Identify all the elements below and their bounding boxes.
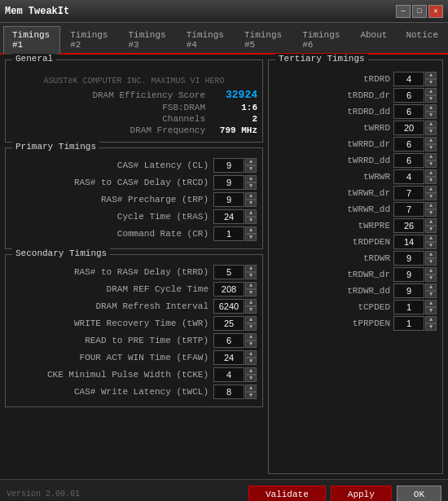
spin-up[interactable]: ▲ <box>425 202 437 209</box>
tertiary-input[interactable] <box>393 283 424 298</box>
tab-timings3[interactable]: Timings #3 <box>119 26 176 53</box>
spin-up[interactable]: ▲ <box>425 300 437 307</box>
apply-button[interactable]: Apply <box>331 486 392 502</box>
spin-up[interactable]: ▲ <box>245 282 257 289</box>
timing-input[interactable] <box>213 282 244 297</box>
timing-input[interactable] <box>213 367 244 382</box>
spin-down[interactable]: ▼ <box>425 160 437 168</box>
tertiary-input[interactable] <box>393 72 424 86</box>
spin-down[interactable]: ▼ <box>425 291 437 298</box>
tertiary-input[interactable] <box>393 137 424 152</box>
spin-up[interactable]: ▲ <box>425 137 437 144</box>
spin-up[interactable]: ▲ <box>425 121 437 128</box>
tertiary-input[interactable] <box>393 153 424 168</box>
spin-down[interactable]: ▼ <box>245 306 257 314</box>
spin-down[interactable]: ▼ <box>425 128 437 135</box>
tertiary-input[interactable] <box>393 202 424 217</box>
spin-down[interactable]: ▼ <box>245 165 257 173</box>
tertiary-input[interactable] <box>393 251 424 266</box>
tab-notice[interactable]: Notice <box>397 26 447 53</box>
timing-input[interactable] <box>213 209 244 224</box>
timing-input[interactable] <box>213 192 244 207</box>
tab-timings1[interactable]: Timings #1 <box>3 26 60 55</box>
tab-timings4[interactable]: Timings #4 <box>178 26 235 53</box>
timing-input[interactable] <box>213 265 244 279</box>
spin-down[interactable]: ▼ <box>425 79 437 86</box>
spin-up[interactable]: ▲ <box>245 299 257 306</box>
spin-up[interactable]: ▲ <box>425 104 437 112</box>
timing-input[interactable] <box>213 158 244 173</box>
timing-input[interactable] <box>213 175 244 190</box>
spin-up[interactable]: ▲ <box>425 186 437 193</box>
spin-up[interactable]: ▲ <box>245 350 257 358</box>
tertiary-input[interactable] <box>393 316 424 331</box>
spin-down[interactable]: ▼ <box>245 289 257 297</box>
timing-input[interactable] <box>213 350 244 365</box>
spin-up[interactable]: ▲ <box>245 209 257 217</box>
tab-timings6[interactable]: Timings #6 <box>293 26 350 53</box>
spin-down[interactable]: ▼ <box>425 193 437 200</box>
tab-about[interactable]: About <box>351 26 396 53</box>
spin-down[interactable]: ▼ <box>425 258 437 266</box>
timing-input[interactable] <box>213 299 244 314</box>
spin-down[interactable]: ▼ <box>425 275 437 282</box>
tertiary-input[interactable] <box>393 235 424 249</box>
spin-down[interactable]: ▼ <box>425 323 437 331</box>
spin-up[interactable]: ▲ <box>425 218 437 226</box>
spin-down[interactable]: ▼ <box>245 200 257 207</box>
tertiary-input[interactable] <box>393 104 424 119</box>
tertiary-input[interactable] <box>393 218 424 233</box>
tertiary-input[interactable] <box>393 267 424 282</box>
tab-timings5[interactable]: Timings #5 <box>235 26 292 53</box>
spin-down[interactable]: ▼ <box>245 358 257 365</box>
tertiary-input[interactable] <box>393 88 424 103</box>
spin-up[interactable]: ▲ <box>425 251 437 258</box>
tab-timings2[interactable]: Timings #2 <box>61 26 118 53</box>
spin-up[interactable]: ▲ <box>425 283 437 291</box>
spin-down[interactable]: ▼ <box>245 341 257 348</box>
spin-up[interactable]: ▲ <box>245 158 257 165</box>
spin-down[interactable]: ▼ <box>245 272 257 279</box>
spin-down[interactable]: ▼ <box>245 217 257 224</box>
spin-up[interactable]: ▲ <box>245 385 257 392</box>
timing-input[interactable] <box>213 385 244 399</box>
tertiary-input[interactable] <box>393 169 424 184</box>
spin-down[interactable]: ▼ <box>425 209 437 217</box>
spin-up[interactable]: ▲ <box>425 72 437 79</box>
tertiary-input[interactable] <box>393 300 424 314</box>
spin-up[interactable]: ▲ <box>425 235 437 242</box>
timing-input[interactable] <box>213 316 244 331</box>
validate-button[interactable]: Validate <box>248 486 326 502</box>
spin-up[interactable]: ▲ <box>245 265 257 272</box>
spin-down[interactable]: ▼ <box>245 375 257 382</box>
close-button[interactable]: ✕ <box>428 5 443 18</box>
spin-down[interactable]: ▼ <box>245 323 257 331</box>
minimize-button[interactable]: — <box>396 5 411 18</box>
spin-down[interactable]: ▼ <box>425 307 437 314</box>
spin-up[interactable]: ▲ <box>245 192 257 200</box>
spin-down[interactable]: ▼ <box>245 234 257 241</box>
spin-down[interactable]: ▼ <box>425 95 437 103</box>
spin-up[interactable]: ▲ <box>425 169 437 177</box>
spin-up[interactable]: ▲ <box>245 226 257 234</box>
spin-up[interactable]: ▲ <box>425 88 437 95</box>
spin-down[interactable]: ▼ <box>425 177 437 184</box>
spin-down[interactable]: ▼ <box>425 144 437 152</box>
spin-up[interactable]: ▲ <box>245 316 257 323</box>
ok-button[interactable]: OK <box>397 486 441 502</box>
spin-up[interactable]: ▲ <box>425 153 437 160</box>
spin-up[interactable]: ▲ <box>245 333 257 341</box>
maximize-button[interactable]: □ <box>412 5 427 18</box>
spin-down[interactable]: ▼ <box>425 242 437 249</box>
spin-down[interactable]: ▼ <box>425 112 437 119</box>
tertiary-input[interactable] <box>393 186 424 200</box>
spin-down[interactable]: ▼ <box>425 226 437 233</box>
timing-input[interactable] <box>213 333 244 348</box>
spin-down[interactable]: ▼ <box>245 392 257 399</box>
spin-up[interactable]: ▲ <box>245 175 257 182</box>
timing-input[interactable] <box>213 226 244 241</box>
spin-up[interactable]: ▲ <box>245 367 257 375</box>
spin-up[interactable]: ▲ <box>425 267 437 275</box>
spin-up[interactable]: ▲ <box>425 316 437 323</box>
tertiary-input[interactable] <box>393 121 424 135</box>
